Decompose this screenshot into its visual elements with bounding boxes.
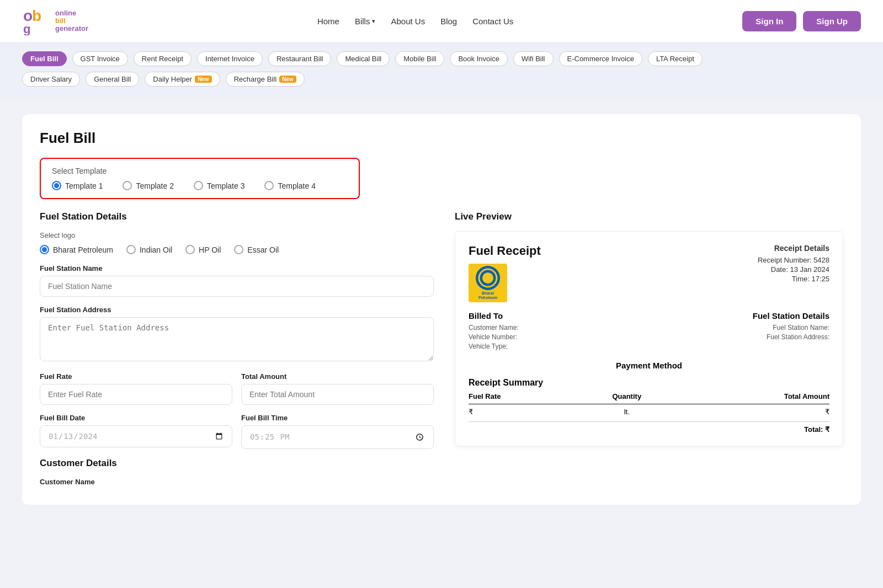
bp-circle-icon: [476, 266, 500, 290]
time-label: Fuel Bill Time: [241, 414, 434, 422]
logo-radio-group: Bharat PetroleumIndian OilHP OilEssar Oi…: [40, 245, 434, 254]
template-option-t4[interactable]: Template 4: [264, 181, 315, 190]
receipt-time: Time: 17:25: [758, 275, 829, 283]
main-content: Fuel Bill Select Template Template 1Temp…: [0, 101, 883, 518]
table-row: ₹ lt. ₹: [469, 404, 829, 420]
main-card: Fuel Bill Select Template Template 1Temp…: [22, 114, 861, 505]
nav-buttons: Sign In Sign Up: [742, 11, 861, 31]
tag-driver-salary[interactable]: Driver Salary: [22, 72, 80, 87]
fuel-station-preview-title: Fuel Station Details: [652, 311, 829, 320]
summary-table: Fuel Rate Quantity Total Amount ₹ lt. ₹: [469, 392, 829, 419]
row-rate: ₹: [469, 404, 578, 420]
template-option-label: Template 4: [278, 181, 315, 190]
tag-mobile-bill[interactable]: Mobile Bill: [395, 51, 444, 66]
total-row: Total: ₹: [469, 421, 829, 434]
fuel-station-address-preview: Fuel Station Address:: [652, 333, 829, 341]
radio-outer-icon: [126, 245, 136, 254]
date-input[interactable]: [40, 425, 232, 447]
tag-book-invoice[interactable]: Book Invoice: [450, 51, 507, 66]
logo-option-label: Indian Oil: [140, 245, 172, 254]
logo-option-indian[interactable]: Indian Oil: [126, 245, 172, 254]
time-input[interactable]: [241, 425, 434, 449]
station-name-input[interactable]: [40, 276, 434, 297]
svg-text:g: g: [23, 22, 30, 35]
template-option-t3[interactable]: Template 3: [194, 181, 244, 190]
vehicle-type-preview: Vehicle Type:: [469, 343, 646, 350]
station-address-input[interactable]: [40, 317, 434, 361]
tag-general-bill[interactable]: General Bill: [86, 72, 139, 87]
tag-restaurant-bill[interactable]: Restaurant Bill: [268, 51, 332, 66]
radio-outer-icon: [40, 245, 49, 254]
tag-daily-helper[interactable]: Daily HelperNew: [145, 72, 220, 87]
new-badge: New: [195, 76, 212, 83]
logo-label: Select logo: [40, 231, 434, 239]
radio-inner-icon: [42, 247, 47, 252]
nav-blog[interactable]: Blog: [440, 17, 457, 26]
template-option-t1[interactable]: Template 1: [52, 181, 103, 190]
fuel-rate-input[interactable]: [40, 384, 232, 405]
receipt-main-title: Fuel Receipt: [469, 244, 541, 258]
nav-home[interactable]: Home: [317, 17, 339, 26]
station-address-group: Fuel Station Address: [40, 306, 434, 364]
template-option-t2[interactable]: Template 2: [123, 181, 173, 190]
logo-option-bharat[interactable]: Bharat Petroleum: [40, 245, 113, 254]
tag-ecommerce-invoice[interactable]: E-Commerce Invoice: [559, 51, 642, 66]
billed-to-section: Billed To Customer Name: Vehicle Number:…: [469, 311, 646, 352]
logo-line3: generator: [55, 25, 88, 33]
nav-contact[interactable]: Contact Us: [472, 17, 513, 26]
logo-option-essar[interactable]: Essar Oil: [234, 245, 279, 254]
station-name-group: Fuel Station Name: [40, 264, 434, 297]
tag-recharge-bill[interactable]: Recharge BillNew: [226, 72, 305, 87]
bp-text: BharatPetroleum: [478, 291, 497, 301]
new-badge: New: [279, 76, 296, 83]
billed-row: Billed To Customer Name: Vehicle Number:…: [469, 311, 829, 352]
rate-amount-row: Fuel Rate Total Amount: [40, 372, 434, 414]
time-group: Fuel Bill Time: [241, 414, 434, 449]
fuel-rate-label: Fuel Rate: [40, 372, 232, 381]
total-amount-label: Total Amount: [241, 372, 434, 381]
signin-button[interactable]: Sign In: [742, 11, 796, 31]
receipt-number: Receipt Number: 5428: [758, 256, 829, 264]
customer-name-label: Customer Name: [40, 478, 434, 486]
signup-button[interactable]: Sign Up: [803, 11, 861, 31]
billed-to-title: Billed To: [469, 311, 646, 320]
logo: o b g online bill generator: [22, 7, 88, 35]
logo-line2: bill: [55, 17, 88, 25]
receipt-date: Date: 13 Jan 2024: [758, 265, 829, 274]
fuel-station-name-preview: Fuel Station Name:: [652, 324, 829, 332]
form-panel: Fuel Station Details Select logo Bharat …: [40, 211, 434, 489]
svg-point-4: [484, 274, 492, 282]
radio-outer-icon: [185, 245, 195, 254]
main-nav: Home Bills ▾ About Us Blog Contact Us: [317, 17, 513, 26]
two-col-layout: Fuel Station Details Select logo Bharat …: [40, 211, 843, 489]
logo-option-label: HP Oil: [199, 245, 221, 254]
logo-icon: o b g: [22, 7, 51, 35]
tag-rent-receipt[interactable]: Rent Receipt: [134, 51, 192, 66]
fuel-rate-group: Fuel Rate: [40, 372, 232, 405]
radio-inner-icon: [54, 183, 59, 188]
station-address-label: Fuel Station Address: [40, 306, 434, 314]
total-amount-input[interactable]: [241, 384, 434, 405]
date-time-row: Fuel Bill Date Fuel Bill Time: [40, 414, 434, 458]
logo-option-label: Bharat Petroleum: [53, 245, 113, 254]
page-title: Fuel Bill: [40, 130, 843, 147]
nav-about[interactable]: About Us: [391, 17, 425, 26]
logo-option-hp[interactable]: HP Oil: [185, 245, 221, 254]
col-total-amount: Total Amount: [676, 392, 829, 404]
tag-lta-receipt[interactable]: LTA Receipt: [648, 51, 703, 66]
tag-medical-bill[interactable]: Medical Bill: [337, 51, 390, 66]
tag-wifi-bill[interactable]: Wifi Bill: [513, 51, 554, 66]
receipt-details: Receipt Details Receipt Number: 5428 Dat…: [758, 244, 829, 284]
tag-fuel-bill[interactable]: Fuel Bill: [22, 51, 67, 66]
receipt-title-logo: Fuel Receipt: [469, 244, 541, 302]
nav-bills[interactable]: Bills ▾: [355, 17, 376, 26]
tag-gst-invoice[interactable]: GST Invoice: [72, 51, 128, 66]
row-total: ₹: [676, 404, 829, 420]
bp-logo: BharatPetroleum: [469, 264, 507, 302]
tag-internet-invoice[interactable]: Internet Invoice: [197, 51, 263, 66]
payment-method-title: Payment Method: [469, 361, 829, 370]
receipt-header: Fuel Receipt: [469, 244, 829, 302]
date-label: Fuel Bill Date: [40, 414, 232, 422]
template-selector-label: Select Template: [52, 167, 348, 175]
radio-outer-icon: [234, 245, 243, 254]
